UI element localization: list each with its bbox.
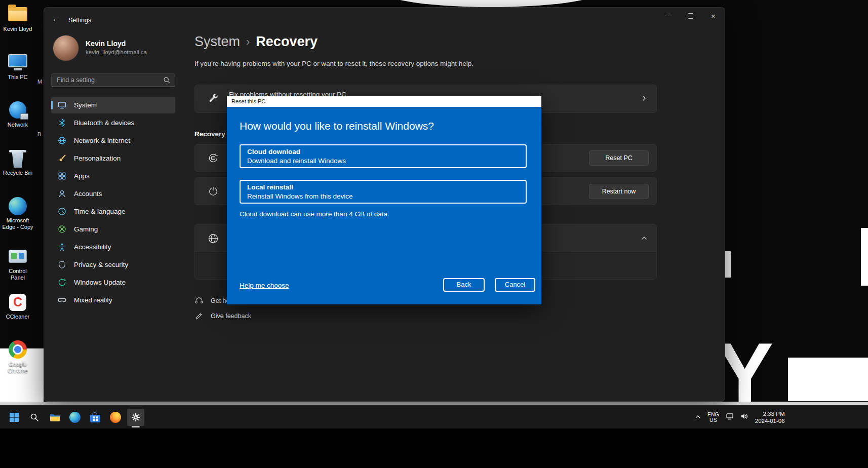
- desktop-icon-edge-copy[interactable]: Microsoft Edge - Copy: [1, 196, 34, 230]
- selected-accent-bar: [51, 101, 53, 109]
- microsoft-store-button[interactable]: [85, 406, 105, 429]
- sidebar-item-personalization[interactable]: Personalization: [51, 150, 175, 167]
- sidebar-item-label: Network & internet: [74, 137, 130, 144]
- sidebar-item-apps[interactable]: Apps: [51, 168, 175, 184]
- control-panel-icon: [9, 250, 27, 263]
- desktop-icon-label: Microsoft Edge - Copy: [1, 217, 34, 230]
- sidebar-item-label: Gaming: [74, 225, 98, 233]
- search-box: [51, 73, 175, 87]
- wrench-icon: [207, 93, 219, 105]
- sidebar-item-system[interactable]: System: [51, 97, 175, 113]
- local-reinstall-subtitle: Reinstall Windows from this device: [247, 192, 519, 201]
- volume-tray-icon[interactable]: [740, 412, 748, 422]
- back-button[interactable]: ←: [48, 12, 63, 25]
- clock[interactable]: 2:33 PM 2024-01-06: [755, 410, 785, 424]
- time-language-icon: [58, 207, 66, 216]
- sidebar-item-accounts[interactable]: Accounts: [51, 185, 175, 202]
- dialog-heading: How would you like to reinstall Windows?: [240, 120, 434, 132]
- back-dialog-button[interactable]: Back: [443, 278, 485, 292]
- minimize-button[interactable]: [656, 8, 679, 24]
- sidebar-item-bluetooth-devices[interactable]: Bluetooth & devices: [51, 114, 175, 131]
- sidebar-item-accessibility[interactable]: Accessibility: [51, 239, 175, 255]
- ccleaner-icon: C: [9, 294, 26, 311]
- microsoft-store-icon: [90, 415, 100, 422]
- desktop-icon-control-panel[interactable]: Control Panel: [1, 246, 34, 281]
- maximize-button[interactable]: [679, 8, 702, 24]
- desktop-icon-this-pc[interactable]: This PC: [1, 52, 34, 81]
- edge-button[interactable]: [65, 406, 85, 429]
- window-title: Settings: [68, 15, 91, 25]
- close-icon: ×: [711, 12, 716, 20]
- file-explorer-button[interactable]: [45, 406, 65, 429]
- sidebar-item-label: Personalization: [74, 154, 121, 162]
- privacy-shield-icon: [58, 260, 66, 269]
- tray-date: 2024-01-06: [755, 417, 785, 424]
- network-tray-icon[interactable]: [726, 412, 734, 422]
- restart-now-button[interactable]: Restart now: [589, 184, 649, 199]
- sidebar-item-label: Accounts: [74, 190, 102, 198]
- desktop-icon-label: Kevin Lloyd: [1, 26, 34, 32]
- sidebar-item-gaming[interactable]: Gaming: [51, 221, 175, 238]
- local-reinstall-option[interactable]: Local reinstall Reinstall Windows from t…: [240, 180, 527, 204]
- sidebar-item-label: Accessibility: [74, 243, 111, 251]
- sidebar-item-label: Privacy & security: [74, 261, 128, 268]
- local-reinstall-title: Local reinstall: [247, 183, 519, 192]
- firefox-button[interactable]: [105, 406, 126, 429]
- desktop-icon-label: Recycle Bin: [1, 170, 34, 176]
- reset-pc-button[interactable]: Reset PC: [589, 150, 649, 166]
- desktop-icon-chrome[interactable]: Google Chrome: [1, 339, 34, 374]
- tray-chevron-up-icon[interactable]: [695, 413, 701, 422]
- sidebar-item-mixed-reality[interactable]: Mixed reality: [51, 292, 175, 308]
- sidebar-item-label: Bluetooth & devices: [74, 119, 134, 127]
- advanced-startup-icon: [207, 185, 219, 198]
- desktop-icon-user-folder[interactable]: Kevin Lloyd: [1, 4, 34, 32]
- start-button[interactable]: [4, 406, 24, 429]
- partial-desktop-icon-label: B: [37, 131, 41, 137]
- dialog-caption: Reset this PC: [227, 96, 541, 107]
- help-me-choose-link[interactable]: Help me choose: [240, 282, 289, 289]
- chrome-icon: [9, 340, 27, 359]
- cancel-dialog-button[interactable]: Cancel: [495, 278, 535, 292]
- taskbar-search-button[interactable]: [24, 406, 45, 429]
- desktop-icon-label: Control Panel: [1, 268, 34, 281]
- desktop-icon-label: Google Chrome: [1, 361, 34, 374]
- settings-taskbar-button[interactable]: [126, 406, 146, 429]
- tray-time: 2:33 PM: [755, 410, 785, 417]
- taskbar: ENG US 2:33 PM 2024-01-06: [0, 405, 868, 428]
- desktop-icon-ccleaner[interactable]: C CCleaner: [1, 292, 34, 320]
- search-icon: [30, 413, 39, 422]
- taskbar-app-icons: [4, 406, 146, 429]
- feedback-icon: [194, 311, 204, 321]
- this-pc-icon: [8, 54, 27, 67]
- globe-icon: [207, 232, 219, 245]
- search-input[interactable]: [52, 74, 158, 86]
- language-indicator[interactable]: ENG US: [707, 412, 719, 423]
- get-help-icon: [194, 296, 204, 305]
- window-caption-buttons: ×: [656, 8, 725, 24]
- reset-pc-icon: [207, 152, 219, 164]
- edge-icon: [69, 412, 81, 423]
- sidebar-item-network-internet[interactable]: Network & internet: [51, 132, 175, 149]
- avatar[interactable]: [53, 35, 79, 61]
- desktop-icon-network[interactable]: Network: [1, 100, 34, 128]
- sidebar-item-windows-update[interactable]: Windows Update: [51, 274, 175, 291]
- windows-update-icon: [58, 278, 66, 287]
- sidebar-item-time-language[interactable]: Time & language: [51, 203, 175, 220]
- desktop-icon-label: Network: [1, 122, 34, 128]
- reset-this-pc-dialog: Reset this PC How would you like to rein…: [227, 96, 541, 304]
- search-icon[interactable]: [163, 76, 171, 86]
- page-title: Recovery: [256, 34, 318, 50]
- breadcrumb-separator-icon: ›: [246, 35, 250, 49]
- breadcrumb-system[interactable]: System: [194, 34, 240, 50]
- bluetooth-icon: [58, 119, 66, 127]
- network-icon: [9, 101, 26, 119]
- cloud-download-option[interactable]: Cloud download Download and reinstall Wi…: [240, 144, 527, 168]
- wallpaper-shape: [861, 228, 868, 286]
- give-feedback-link[interactable]: Give feedback: [194, 311, 251, 321]
- sidebar-item-label: Mixed reality: [74, 296, 112, 304]
- sidebar-item-privacy-security[interactable]: Privacy & security: [51, 256, 175, 273]
- accounts-icon: [58, 189, 66, 198]
- user-name: Kevin Lloyd: [86, 40, 126, 48]
- close-button[interactable]: ×: [702, 8, 725, 24]
- desktop-icon-recycle-bin[interactable]: Recycle Bin: [1, 148, 34, 176]
